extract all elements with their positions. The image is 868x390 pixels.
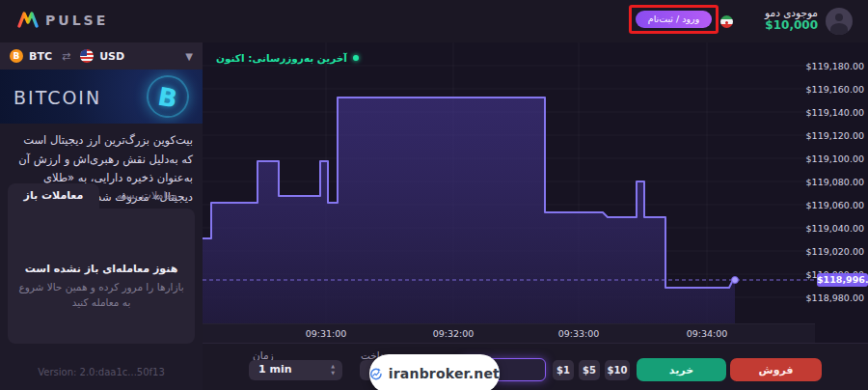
pulse-logo-icon	[17, 12, 39, 28]
price-chart	[203, 42, 815, 323]
time-tick-label: 09:32:00	[433, 328, 475, 339]
empty-state-subtitle: بازارها را مرور کرده و همین حالا شروع به…	[17, 280, 185, 311]
current-price-badge: $118,996.01	[817, 273, 868, 287]
empty-state-title: هنوز معامله‌ای باز نشده است	[8, 263, 195, 275]
tab-open-trades[interactable]: معاملات باز	[8, 183, 99, 209]
price-tick-label: $118,980.00	[806, 292, 864, 303]
annotation-highlight-box: ورود / ثبت‌نام	[629, 5, 719, 34]
price-tick-label: $119,020.00	[806, 246, 864, 257]
time-axis: 09:31:0009:32:0009:33:0009:34:00	[203, 323, 815, 343]
duration-value: 1 min	[258, 363, 292, 376]
price-tick-label: $119,180.00	[806, 61, 864, 71]
login-register-button[interactable]: ورود / ثبت‌نام	[636, 11, 712, 28]
price-tick-label: $119,080.00	[806, 177, 864, 187]
price-tick-label: $119,140.00	[806, 107, 864, 118]
bitcoin-glow-icon: B	[144, 72, 193, 122]
avatar-head-shape	[835, 14, 843, 21]
watermark-pill: iranbroker.net	[369, 354, 500, 390]
iranbroker-logo-icon	[369, 365, 383, 383]
time-tick-label: 09:34:00	[687, 328, 728, 339]
us-flag-icon	[80, 49, 94, 63]
quick-amount-1-button[interactable]: $1	[553, 360, 574, 380]
stepper-arrows-icon[interactable]: ▲▼	[331, 363, 335, 376]
sell-button[interactable]: فروش	[730, 358, 822, 381]
asset-pair-selector[interactable]: B BTC ⇄ USD ▼	[0, 42, 203, 70]
last-update-text: آخرین به‌روزرسانی: اکنون	[216, 52, 347, 64]
last-price-dot	[732, 277, 739, 284]
buy-button[interactable]: خرید	[637, 358, 726, 381]
user-avatar[interactable]	[826, 8, 853, 35]
price-tick-label: $119,100.00	[806, 153, 864, 164]
chevron-down-icon[interactable]: ▼	[185, 51, 193, 62]
quick-amount-5-button[interactable]: $5	[579, 360, 600, 380]
asset-title: BITCOIN	[14, 87, 101, 108]
live-dot-icon	[353, 55, 359, 61]
app-logo: PULSE	[17, 12, 108, 28]
pair-base: BTC	[29, 50, 52, 63]
chart-area: آخرین به‌روزرسانی: اکنون $119,180.00$119…	[203, 42, 868, 390]
balance-value: $10,000	[733, 18, 818, 32]
time-tick-label: 09:33:00	[558, 328, 600, 339]
topbar: PULSE ورود / ثبت‌نام موجودی دمو $10,000	[0, 0, 868, 42]
swap-icon: ⇄	[62, 50, 70, 63]
demo-balance: موجودی دمو $10,000	[733, 7, 818, 32]
price-tick-label: $119,040.00	[806, 223, 864, 234]
version-text: Version: 2.0:daa1c...50f13	[0, 367, 203, 377]
sidebar: B BTC ⇄ USD ▼ BITCOIN B بیت‌کوین بزرگ‌تر…	[0, 42, 203, 390]
last-update-status: آخرین به‌روزرسانی: اکنون	[216, 52, 359, 64]
price-tick-label: $119,120.00	[806, 130, 864, 141]
price-tick-label: $119,060.00	[806, 200, 864, 210]
open-trades-panel: هنوز معامله‌ای باز نشده است بازارها را م…	[8, 209, 195, 344]
iran-flag-icon[interactable]	[720, 15, 733, 28]
duration-select[interactable]: 1 min ▲▼	[249, 360, 342, 380]
app-name: PULSE	[45, 13, 108, 28]
tab-closed-trades[interactable]: معاملات بسته	[99, 183, 195, 209]
bitcoin-icon: B	[10, 49, 23, 63]
quick-amount-10-button[interactable]: $10	[605, 360, 630, 380]
chart-area-fill	[203, 98, 735, 323]
time-tick-label: 09:31:00	[306, 328, 347, 339]
price-tick-label: $119,160.00	[806, 84, 864, 95]
avatar-body-shape	[830, 23, 848, 35]
asset-banner: BITCOIN B	[0, 70, 203, 124]
pair-quote: USD	[99, 50, 124, 63]
trade-controls: زمان 1 min ▲▼ پرداخت $ $1 $5 $10 خرید فر…	[203, 343, 868, 390]
balance-label: موجودی دمو	[733, 7, 818, 18]
watermark-text: iranbroker.net	[389, 366, 500, 381]
